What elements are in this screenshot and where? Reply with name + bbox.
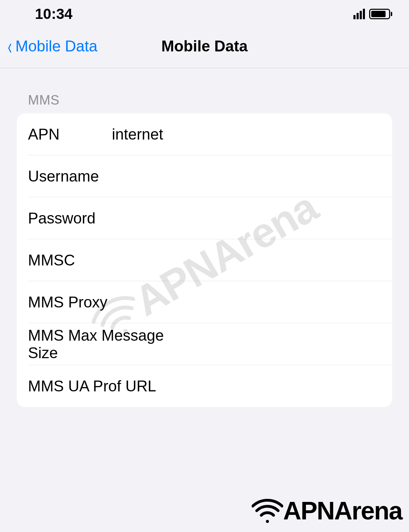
- signal-icon: [353, 9, 365, 19]
- input-mms-ua-prof[interactable]: [189, 377, 381, 395]
- content: MMS APN Username Password MMSC: [0, 68, 409, 407]
- input-mmsc[interactable]: [112, 251, 381, 269]
- back-button[interactable]: ‹ Mobile Data: [7, 37, 98, 56]
- label-password: Password: [28, 210, 112, 227]
- back-label: Mobile Data: [15, 37, 98, 55]
- watermark-bottom-text: APNArena: [283, 496, 402, 525]
- row-username[interactable]: Username: [17, 155, 392, 197]
- watermark-bottom: APNArena: [252, 496, 402, 525]
- label-mms-max-size: MMS Max Message Size: [28, 327, 189, 362]
- label-mms-ua-prof: MMS UA Prof URL: [28, 377, 189, 395]
- row-apn[interactable]: APN: [17, 113, 392, 155]
- nav-bar: ‹ Mobile Data Mobile Data: [0, 28, 409, 68]
- status-icons: [353, 9, 392, 19]
- label-mms-proxy: MMS Proxy: [28, 293, 126, 311]
- status-time: 10:34: [35, 6, 72, 22]
- battery-icon: [369, 9, 392, 19]
- page-title: Mobile Data: [162, 37, 248, 55]
- row-mms-ua-prof[interactable]: MMS UA Prof URL: [17, 365, 392, 407]
- label-username: Username: [28, 168, 112, 185]
- row-mmsc[interactable]: MMSC: [17, 239, 392, 281]
- input-mms-max-size[interactable]: [189, 335, 381, 353]
- input-password[interactable]: [112, 210, 381, 227]
- input-username[interactable]: [112, 168, 381, 185]
- row-mms-max-size[interactable]: MMS Max Message Size: [17, 323, 392, 365]
- wifi-icon: [252, 498, 283, 523]
- label-mmsc: MMSC: [28, 251, 112, 269]
- input-apn[interactable]: [112, 126, 381, 143]
- settings-group: APN Username Password MMSC MMS P: [17, 113, 392, 407]
- chevron-left-icon: ‹: [8, 34, 12, 59]
- label-apn: APN: [28, 126, 112, 143]
- section-header: MMS: [28, 93, 392, 108]
- row-password[interactable]: Password: [17, 197, 392, 239]
- row-mms-proxy[interactable]: MMS Proxy: [17, 281, 392, 323]
- status-bar: 10:34: [0, 0, 409, 28]
- input-mms-proxy[interactable]: [126, 293, 381, 311]
